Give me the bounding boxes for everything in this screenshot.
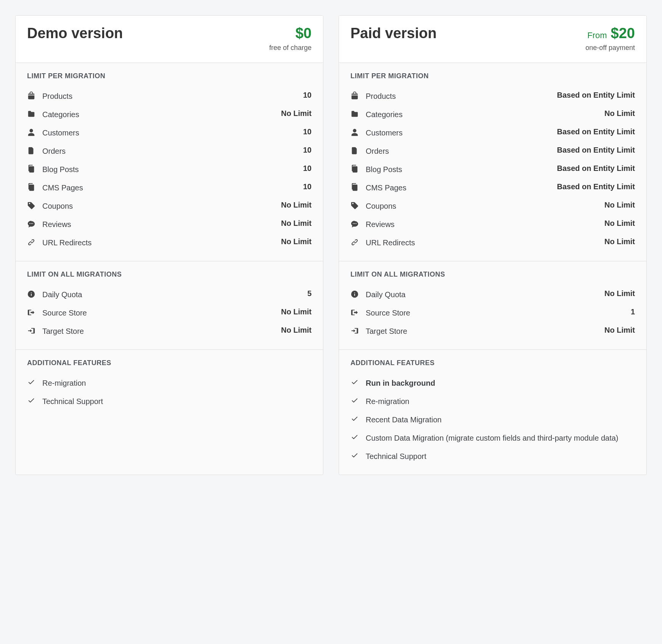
list-item: URL RedirectsNo Limit xyxy=(350,233,635,252)
row-label: Categories xyxy=(366,109,403,120)
section-title: ADDITIONAL FEATURES xyxy=(350,359,635,367)
tag-icon xyxy=(27,201,35,210)
row-value: No Limit xyxy=(604,219,635,228)
signin-icon xyxy=(350,327,359,335)
row-value: 5 xyxy=(307,289,312,298)
check-icon xyxy=(350,433,359,442)
price-sub: free of charge xyxy=(269,44,312,52)
row-label: Daily Quota xyxy=(366,289,406,300)
list-item: Technical Support xyxy=(350,447,635,465)
price: $20 xyxy=(611,26,635,42)
section-title: ADDITIONAL FEATURES xyxy=(27,359,312,367)
check-icon xyxy=(350,415,359,423)
bag-icon xyxy=(350,92,359,100)
list-item: Products10 xyxy=(27,87,312,105)
comment-icon xyxy=(350,220,359,228)
row-label: Technical Support xyxy=(42,396,103,407)
row-label: Customers xyxy=(42,127,79,138)
list-item: CouponsNo Limit xyxy=(27,197,312,215)
row-value: No Limit xyxy=(604,289,635,298)
row-value: No Limit xyxy=(604,201,635,209)
user-icon xyxy=(27,128,35,137)
list-item: Re-migration xyxy=(27,374,312,392)
folder-icon xyxy=(27,110,35,118)
list-item: Customers10 xyxy=(27,124,312,142)
row-label: Orders xyxy=(42,146,66,156)
row-label: CMS Pages xyxy=(42,182,83,193)
row-value: No Limit xyxy=(604,109,635,118)
check-icon xyxy=(350,378,359,387)
row-value: No Limit xyxy=(281,308,312,316)
row-value: Based on Entity Limit xyxy=(557,164,635,173)
row-value: No Limit xyxy=(281,237,312,246)
row-value: Based on Entity Limit xyxy=(557,91,635,100)
row-label: Run in background xyxy=(366,378,435,388)
list-item: ProductsBased on Entity Limit xyxy=(350,87,635,105)
price-block: $0free of charge xyxy=(269,26,312,52)
folder-icon xyxy=(350,110,359,118)
price-sub: one-off payment xyxy=(585,44,635,52)
row-label: URL Redirects xyxy=(366,237,415,248)
plan-title: Demo version xyxy=(27,26,123,42)
copy-icon xyxy=(27,165,35,173)
list-item: Daily Quota5 xyxy=(27,285,312,304)
info-icon xyxy=(350,290,359,298)
list-item: Run in background xyxy=(350,374,635,392)
signout-icon xyxy=(27,308,35,317)
list-item: Re-migration xyxy=(350,392,635,411)
section: ADDITIONAL FEATURESRe-migrationTechnical… xyxy=(16,350,323,420)
plan-title: Paid version xyxy=(350,26,437,42)
row-label: Reviews xyxy=(42,219,71,230)
row-value: No Limit xyxy=(281,326,312,335)
check-icon xyxy=(27,397,35,405)
row-value: Based on Entity Limit xyxy=(557,146,635,155)
section: LIMIT PER MIGRATIONProductsBased on Enti… xyxy=(339,63,646,261)
section: LIMIT ON ALL MIGRATIONSDaily QuotaNo Lim… xyxy=(339,261,646,350)
section-title: LIMIT ON ALL MIGRATIONS xyxy=(27,270,312,279)
list-item: Source Store1 xyxy=(350,304,635,322)
info-icon xyxy=(27,290,35,298)
pricing-card: Demo version$0free of chargeLIMIT PER MI… xyxy=(15,15,323,475)
signin-icon xyxy=(27,327,35,335)
section-title: LIMIT PER MIGRATION xyxy=(350,72,635,80)
link-icon xyxy=(27,238,35,246)
pricing-card: Paid versionFrom$20one-off paymentLIMIT … xyxy=(339,15,647,475)
row-label: Target Store xyxy=(366,326,407,336)
row-label: Custom Data Migration (migrate custom fi… xyxy=(366,433,619,443)
row-label: Source Store xyxy=(42,308,87,318)
list-item: Blog PostsBased on Entity Limit xyxy=(350,160,635,179)
section: ADDITIONAL FEATURESRun in backgroundRe-m… xyxy=(339,350,646,475)
row-label: Reviews xyxy=(366,219,395,230)
section-title: LIMIT ON ALL MIGRATIONS xyxy=(350,270,635,279)
row-value: No Limit xyxy=(281,109,312,118)
row-label: Recent Data Migration xyxy=(366,414,442,425)
list-item: Recent Data Migration xyxy=(350,411,635,429)
row-label: CMS Pages xyxy=(366,182,407,193)
row-label: Customers xyxy=(366,127,403,138)
row-value: 10 xyxy=(303,127,312,136)
list-item: OrdersBased on Entity Limit xyxy=(350,142,635,160)
list-item: Blog Posts10 xyxy=(27,160,312,179)
file-icon xyxy=(27,147,35,155)
list-item: Target StoreNo Limit xyxy=(350,322,635,340)
row-label: Blog Posts xyxy=(42,164,79,175)
list-item: CouponsNo Limit xyxy=(350,197,635,215)
card-header: Demo version$0free of charge xyxy=(16,16,323,63)
list-item: CustomersBased on Entity Limit xyxy=(350,124,635,142)
list-item: ReviewsNo Limit xyxy=(27,215,312,233)
row-label: Re-migration xyxy=(42,378,86,388)
tag-icon xyxy=(350,201,359,210)
file-icon xyxy=(350,147,359,155)
row-value: 10 xyxy=(303,164,312,173)
row-value: No Limit xyxy=(604,237,635,246)
row-value: No Limit xyxy=(604,326,635,335)
list-item: URL RedirectsNo Limit xyxy=(27,233,312,252)
signout-icon xyxy=(350,308,359,317)
row-value: 10 xyxy=(303,146,312,155)
list-item: CategoriesNo Limit xyxy=(27,105,312,124)
row-label: Re-migration xyxy=(366,396,409,407)
bag-icon xyxy=(27,92,35,100)
comment-icon xyxy=(27,220,35,228)
user-icon xyxy=(350,128,359,137)
row-value: 10 xyxy=(303,182,312,191)
